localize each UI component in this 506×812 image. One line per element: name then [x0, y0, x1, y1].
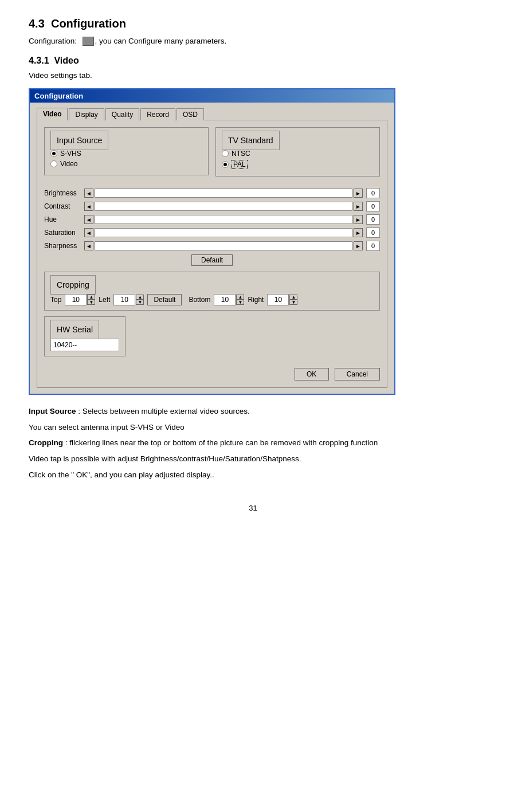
tab-display[interactable]: Display — [69, 108, 104, 120]
hw-serial-label: HW Serial — [50, 320, 99, 339]
saturation-right[interactable]: ► — [354, 228, 363, 237]
sharpness-track[interactable] — [95, 241, 352, 250]
section-heading: 4.3 Configuration — [29, 17, 477, 30]
contrast-track[interactable] — [95, 202, 352, 211]
dialog-buttons: OK Cancel — [44, 368, 380, 380]
config-body: Video Display Quality Record OSD Input S… — [30, 103, 394, 394]
tab-record[interactable]: Record — [140, 108, 175, 120]
radio-svhs[interactable]: S-VHS — [50, 150, 202, 158]
bottom-input[interactable] — [214, 294, 236, 305]
hue-value: 0 — [366, 214, 380, 225]
sub-section-heading: 4.3.1 Video — [29, 56, 477, 66]
input-source-panel: Input Source S-VHS Video — [44, 127, 209, 182]
note-cropping: Cropping : flickering lines near the top… — [29, 437, 477, 449]
tv-standard-label: TV Standard — [222, 131, 280, 150]
hue-left[interactable]: ◄ — [84, 215, 93, 224]
sharpness-left[interactable]: ◄ — [84, 241, 93, 250]
pal-label: PAL — [232, 160, 248, 169]
left-spin-up[interactable]: ▲ — [136, 295, 144, 300]
hue-right[interactable]: ► — [354, 215, 363, 224]
sliders-section: Brightness ◄ ► 0 Contrast ◄ ► 0 Hue ◄ — [44, 188, 380, 266]
right-label: Right — [248, 296, 264, 304]
left-spin-down[interactable]: ▼ — [136, 300, 144, 305]
top-spin-up[interactable]: ▲ — [87, 295, 95, 300]
tv-standard-panel: TV Standard NTSC PAL — [215, 127, 380, 182]
note-input-source-term: Input Source — [29, 407, 76, 415]
sharpness-value: 0 — [366, 241, 380, 251]
slider-saturation: Saturation ◄ ► 0 — [44, 227, 380, 238]
cropping-panel: Cropping Top ▲ ▼ Left — [44, 272, 380, 311]
radio-pal[interactable]: PAL — [222, 160, 374, 169]
note-cropping-term: Cropping — [29, 438, 63, 447]
titlebar: Configuration — [30, 89, 394, 103]
cropping-label: Cropping — [50, 275, 96, 295]
brightness-right[interactable]: ► — [354, 189, 363, 198]
radio-pal-dot — [222, 161, 229, 168]
hw-serial-section: HW Serial — [44, 316, 380, 362]
saturation-track[interactable] — [95, 228, 352, 237]
cancel-button[interactable]: Cancel — [335, 368, 380, 380]
config-icon — [83, 37, 94, 46]
note-ok: Click on the " OK", and you can play adj… — [29, 469, 477, 481]
right-spin-down[interactable]: ▼ — [289, 300, 297, 305]
saturation-left[interactable]: ◄ — [84, 228, 93, 237]
tab-osd[interactable]: OSD — [176, 108, 204, 120]
contrast-value: 0 — [366, 201, 380, 211]
bottom-label: Bottom — [189, 296, 210, 304]
bottom-spin-down[interactable]: ▼ — [236, 300, 244, 305]
radio-svhs-dot — [50, 150, 57, 157]
hw-serial-input[interactable] — [50, 339, 119, 351]
brightness-left[interactable]: ◄ — [84, 189, 93, 198]
right-input[interactable] — [267, 294, 289, 305]
config-window: Configuration Video Display Quality Reco… — [29, 88, 395, 395]
right-spin-up[interactable]: ▲ — [289, 295, 297, 300]
radio-video-dot — [50, 160, 57, 167]
top-input[interactable] — [65, 294, 87, 305]
tab-video[interactable]: Video — [37, 108, 68, 120]
brightness-value: 0 — [366, 188, 380, 198]
input-source-label: Input Source — [50, 131, 108, 150]
slider-sharpness: Sharpness ◄ ► 0 — [44, 241, 380, 251]
sliders-default-button[interactable]: Default — [191, 254, 233, 266]
note-input-source: Input Source : Selects between multiple … — [29, 405, 477, 418]
radio-ntsc[interactable]: NTSC — [222, 150, 374, 158]
bottom-spin-up[interactable]: ▲ — [236, 295, 244, 300]
tab-quality[interactable]: Quality — [105, 108, 139, 120]
intro-para: Configuration: , you can Configure many … — [29, 35, 477, 48]
tabs-row: Video Display Quality Record OSD — [37, 107, 387, 120]
radio-ntsc-dot — [222, 150, 229, 157]
note-antenna: You can select antenna input S-VHS or Vi… — [29, 421, 477, 434]
top-spin-down[interactable]: ▼ — [87, 300, 95, 305]
cropping-default-button[interactable]: Default — [147, 294, 182, 305]
page-number: 31 — [29, 504, 477, 512]
slider-hue: Hue ◄ ► 0 — [44, 214, 380, 225]
tab-content-video: Input Source S-VHS Video — [37, 120, 387, 388]
radio-video[interactable]: Video — [50, 160, 202, 168]
contrast-left[interactable]: ◄ — [84, 202, 93, 211]
left-label: Left — [99, 296, 110, 304]
brightness-track[interactable] — [95, 189, 352, 198]
top-label: Top — [50, 296, 61, 304]
note-video-tap: Video tap is possible with adjust Bright… — [29, 453, 477, 465]
slider-brightness: Brightness ◄ ► 0 — [44, 188, 380, 198]
saturation-value: 0 — [366, 227, 380, 238]
ok-button[interactable]: OK — [295, 368, 329, 380]
contrast-right[interactable]: ► — [354, 202, 363, 211]
sharpness-right[interactable]: ► — [354, 241, 363, 250]
left-input[interactable] — [113, 294, 135, 305]
hue-track[interactable] — [95, 215, 352, 224]
sub-description: Video settings tab. — [29, 69, 477, 82]
slider-contrast: Contrast ◄ ► 0 — [44, 201, 380, 211]
